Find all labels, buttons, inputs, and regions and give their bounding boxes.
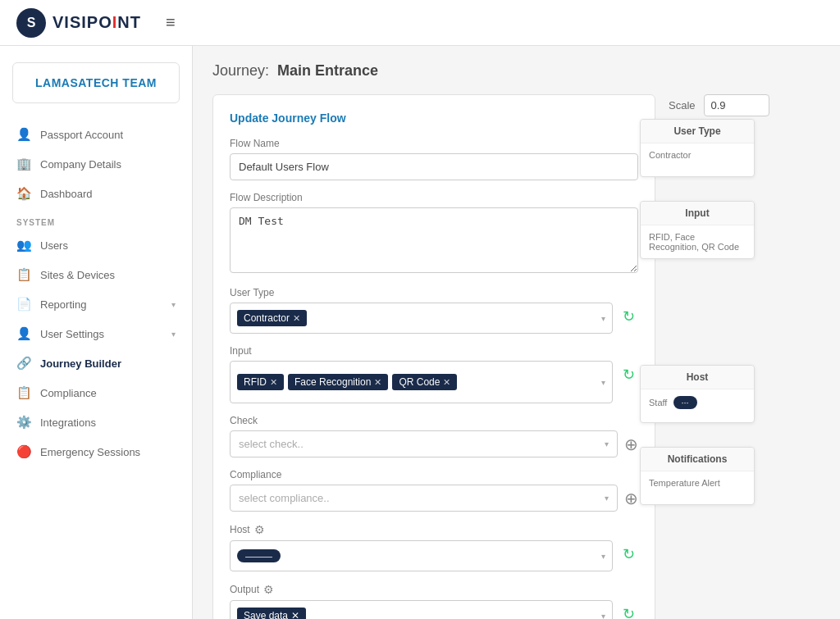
input-select[interactable]: RFID ✕ Face Recognition ✕ QR Code ✕ ▾ [230,361,613,403]
sidebar-label-user-settings: User Settings [40,328,104,340]
users-icon: 👥 [16,238,32,253]
check-select[interactable]: select check.. ▾ [230,430,618,457]
input-label: Input [230,345,638,357]
emergency-icon: 🔴 [16,444,32,459]
sidebar-label-reporting: Reporting [40,298,86,311]
input-arrow: ▾ [601,378,605,387]
sidebar-label-sites: Sites & Devices [40,269,115,281]
check-wrap: select check.. ▾ ⊕ [230,430,638,457]
output-arrow: ▾ [601,612,605,620]
compliance-icon: 📋 [16,385,32,400]
reporting-icon: 📄 [16,297,32,312]
user-type-group: User Type Contractor ✕ ▾ ↻ [230,287,638,334]
remove-qrcode-tag[interactable]: ✕ [443,377,450,388]
compliance-group: Compliance select compliance.. ▾ ⊕ [230,469,638,512]
compliance-label: Compliance [230,469,638,480]
main-content: Journey: Main Entrance Update Journey Fl… [193,46,840,619]
sidebar-item-compliance[interactable]: 📋 Compliance [0,378,192,407]
compliance-wrap: select compliance.. ▾ ⊕ [230,485,638,512]
compliance-add-btn[interactable]: ⊕ [624,489,638,508]
remove-savedata-tag[interactable]: ✕ [291,610,299,619]
check-add-btn[interactable]: ⊕ [624,435,638,454]
host-value: ——— [237,549,281,562]
input-refresh-btn[interactable]: ↻ [619,362,638,387]
node-input-header: Input [641,202,754,225]
flow-desc-textarea[interactable]: DM Test [230,207,638,273]
scale-label: Scale [669,99,696,112]
flow-node-input: Input RFID, Face Recognition, QR Code [640,201,755,259]
flow-name-input[interactable] [230,153,638,180]
output-tag-savedata: Save data ✕ [237,608,306,619]
sidebar-item-journey-builder[interactable]: 🔗 Journey Builder [0,348,192,378]
node-host-header: Host [641,366,754,389]
input-tag-qrcode: QR Code ✕ [392,374,457,390]
sites-icon: 📋 [16,267,32,282]
node-input-body: RFID, Face Recognition, QR Code [641,225,754,258]
check-arrow: ▾ [605,439,609,448]
host-refresh-btn[interactable]: ↻ [619,542,638,567]
flow-name-label: Flow Name [230,138,638,149]
input-tag-rfid: RFID ✕ [237,374,284,390]
output-label-row: Output ⚙ [230,583,638,596]
input-wrap: RFID ✕ Face Recognition ✕ QR Code ✕ ▾ ↻ [230,361,638,403]
host-label: Host [230,524,250,535]
scale-input[interactable] [704,94,769,116]
output-gear-icon[interactable]: ⚙ [263,583,274,596]
sidebar-item-company-details[interactable]: 🏢 Company Details [0,149,192,179]
company-icon: 🏢 [16,157,32,171]
sidebar-label-users: Users [40,239,68,252]
output-select[interactable]: Save data ✕ ▾ [230,600,613,619]
remove-face-tag[interactable]: ✕ [374,377,381,388]
user-type-select[interactable]: Contractor ✕ ▾ [230,303,613,334]
flow-desc-label: Flow Description [230,192,638,203]
output-refresh-btn[interactable]: ↻ [619,602,638,619]
reporting-arrow: ▾ [171,300,176,309]
flow-desc-group: Flow Description DM Test [230,192,638,275]
sidebar-item-dashboard[interactable]: 🏠 Dashboard [0,179,192,208]
sidebar-item-users[interactable]: 👥 Users [0,230,192,260]
host-label-row: Host ⚙ [230,523,638,536]
sidebar-item-user-settings[interactable]: 👤 User Settings ▾ [0,319,192,348]
remove-contractor-tag[interactable]: ✕ [293,313,300,324]
host-group: Host ⚙ ——— ▾ ↻ [230,523,638,571]
sidebar-label-integrations: Integrations [40,416,96,429]
check-group: Check select check.. ▾ ⊕ [230,415,638,457]
node-user-type-header: User Type [641,120,754,143]
compliance-select[interactable]: select compliance.. ▾ [230,485,618,512]
output-wrap: Save data ✕ ▾ ↻ [230,600,638,619]
sidebar-label-compliance: Compliance [40,387,97,399]
output-label: Output [230,584,259,595]
flow-node-user-type: User Type Contractor [640,119,755,177]
host-select[interactable]: ——— ▾ [230,540,613,571]
user-type-arrow: ▾ [601,314,605,323]
form-section-title: Update Journey Flow [230,112,638,125]
sidebar-label-emergency: Emergency Sessions [40,446,140,458]
host-node-label: Staff [649,398,667,407]
node-user-type-body: Contractor [641,143,754,176]
sidebar-item-passport-account[interactable]: 👤 Passport Account [0,120,192,149]
user-type-refresh-btn[interactable]: ↻ [619,304,638,329]
sidebar-item-reporting[interactable]: 📄 Reporting ▾ [0,289,192,319]
input-group: Input RFID ✕ Face Recognition ✕ QR Code … [230,345,638,403]
input-tag-face: Face Recognition ✕ [288,374,388,390]
compliance-placeholder: select compliance.. [239,492,330,504]
node-notifications-body: Temperature Alert [641,471,754,504]
flow-node-host: Host Staff ··· [640,365,755,423]
sidebar-item-sites-devices[interactable]: 📋 Sites & Devices [0,260,192,289]
form-panel: Update Journey Flow Flow Name Flow Descr… [212,94,655,619]
dashboard-icon: 🏠 [16,186,32,201]
team-card: LAMASATECH TEAM [12,62,180,103]
flow-canvas: Scale User Type Contractor Input RFID, F… [669,94,820,619]
hamburger-icon[interactable]: ≡ [166,13,176,32]
remove-rfid-tag[interactable]: ✕ [270,377,277,388]
host-gear-icon[interactable]: ⚙ [254,523,265,536]
sidebar-item-emergency-sessions[interactable]: 🔴 Emergency Sessions [0,437,192,467]
passport-icon: 👤 [16,127,32,142]
host-wrap: ——— ▾ ↻ [230,540,638,571]
check-placeholder: select check.. [239,438,304,450]
user-type-tag-contractor: Contractor ✕ [237,310,307,326]
logo[interactable]: S VISIPOINT [16,8,141,38]
sidebar-item-integrations[interactable]: ⚙️ Integrations [0,407,192,437]
top-nav: S VISIPOINT ≡ [0,0,840,46]
team-name: LAMASATECH TEAM [26,76,166,89]
